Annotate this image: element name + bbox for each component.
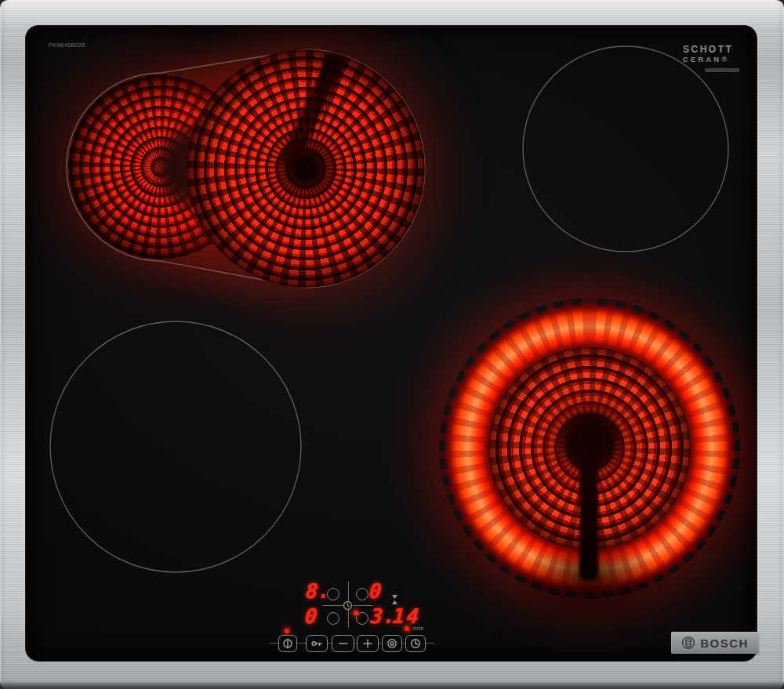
timer-display: 14 <box>392 607 421 625</box>
timer-button[interactable] <box>405 635 426 652</box>
zone-selected-led <box>354 611 358 615</box>
egg-timer-icon <box>391 594 398 605</box>
timer-center-clock-icon <box>343 600 353 611</box>
frame-bottom-edge <box>0 682 784 689</box>
front-left-zone-outline <box>50 321 301 572</box>
timer-unit-label: min <box>413 625 424 632</box>
rear-left-inner-element-hot <box>187 49 425 288</box>
rear-right-zone-outline <box>523 46 728 252</box>
plus-icon <box>363 639 372 648</box>
bosch-badge: BOSCH <box>671 632 759 654</box>
model-number: PKN645B02E <box>49 42 85 48</box>
power-icon <box>282 638 293 649</box>
rear-right-level-display: 0 <box>368 582 382 600</box>
timer-active-led <box>405 626 409 631</box>
element-connector-shadow <box>518 540 662 617</box>
power-button[interactable] <box>278 635 297 652</box>
zone-select-rear-left[interactable] <box>327 588 339 600</box>
ceran-wordmark: CERAN® <box>683 56 757 63</box>
panel-divider-bottom <box>348 610 349 628</box>
glass-brand-subtext <box>705 68 739 72</box>
key-lock-button[interactable] <box>306 635 328 652</box>
panel-divider-top <box>348 582 349 601</box>
zone-select-front-left[interactable] <box>327 612 339 625</box>
ceramic-glass-surface: PKN645B02E SCHOTT CERAN® 8. 0 0 3. 14 <box>26 26 757 661</box>
dual-zone-button[interactable] <box>382 635 402 652</box>
bosch-anchor-icon <box>681 636 695 650</box>
cooktop-photo: PKN645B02E SCHOTT CERAN® 8. 0 0 3. 14 <box>0 0 784 689</box>
schott-wordmark: SCHOTT <box>683 44 757 55</box>
bosch-wordmark: BOSCH <box>700 636 749 650</box>
panel-divider-left <box>322 605 343 606</box>
minus-icon <box>339 642 348 645</box>
dual-circle-icon <box>387 638 397 649</box>
key-icon <box>311 640 323 647</box>
front-left-level-display: 0 <box>304 607 318 625</box>
plus-button[interactable] <box>357 635 379 652</box>
power-on-led <box>285 629 289 633</box>
minus-button[interactable] <box>332 635 354 652</box>
panel-divider-right <box>353 605 372 606</box>
clock-icon <box>410 638 421 649</box>
zone-select-rear-right[interactable] <box>356 588 368 600</box>
touch-control-panel: 8. 0 0 3. 14 <box>267 575 439 661</box>
glass-brand-logo: SCHOTT CERAN® <box>683 44 757 72</box>
